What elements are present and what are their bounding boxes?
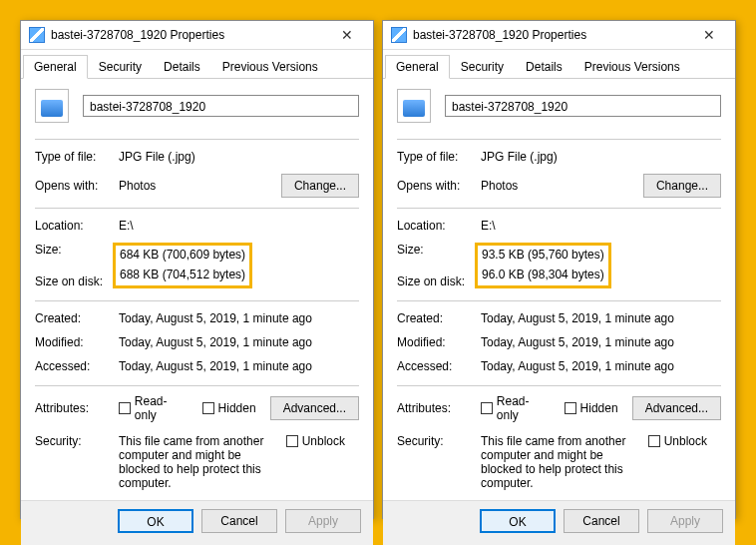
security-text: This file came from another computer and…: [119, 434, 286, 490]
divider: [35, 208, 359, 209]
tab-content: bastei-3728708_1920 Type of file:JPG Fil…: [383, 79, 735, 500]
titlebar: bastei-3728708_1920 Properties ✕: [383, 21, 735, 50]
properties-dialog-left: bastei-3728708_1920 Properties ✕ General…: [20, 20, 374, 519]
opens-with-value: Photos: [481, 179, 643, 193]
tab-previous-versions[interactable]: Previous Versions: [211, 55, 329, 79]
location-label: Location:: [35, 219, 119, 233]
created-value: Today, August 5, 2019, 1 minute ago: [481, 311, 721, 325]
size-label: Size:: [35, 243, 119, 257]
apply-button[interactable]: Apply: [647, 509, 723, 533]
divider: [35, 300, 359, 301]
accessed-value: Today, August 5, 2019, 1 minute ago: [481, 359, 721, 373]
size-value: 684 KB (700,609 bytes): [120, 248, 245, 262]
tab-general[interactable]: General: [385, 55, 450, 79]
tab-details[interactable]: Details: [153, 55, 211, 79]
readonly-checkbox[interactable]: Read-only: [481, 394, 551, 422]
modified-value: Today, August 5, 2019, 1 minute ago: [481, 335, 721, 349]
security-text: This file came from another computer and…: [481, 434, 648, 490]
advanced-button[interactable]: Advanced...: [270, 396, 359, 420]
accessed-label: Accessed:: [35, 359, 119, 373]
created-value: Today, August 5, 2019, 1 minute ago: [119, 311, 359, 325]
window-title: bastei-3728708_1920 Properties: [51, 28, 329, 42]
opens-with-value: Photos: [119, 179, 281, 193]
apply-button[interactable]: Apply: [285, 509, 361, 533]
type-value: JPG File (.jpg): [481, 150, 721, 164]
readonly-label: Read-only: [497, 394, 551, 422]
location-value: E:\: [119, 219, 359, 233]
size-label: Size:: [397, 243, 481, 257]
type-value: JPG File (.jpg): [119, 150, 359, 164]
security-label: Security:: [397, 434, 481, 448]
divider: [397, 208, 721, 209]
tab-content: bastei-3728708_1920 Type of file:JPG Fil…: [21, 79, 373, 500]
divider: [35, 139, 359, 140]
tab-previous-versions[interactable]: Previous Versions: [573, 55, 691, 79]
tab-general[interactable]: General: [23, 55, 88, 79]
modified-label: Modified:: [397, 335, 481, 349]
close-icon[interactable]: ✕: [691, 27, 727, 43]
unblock-label: Unblock: [664, 434, 707, 448]
filename-input[interactable]: bastei-3728708_1920: [83, 95, 359, 117]
hidden-label: Hidden: [218, 401, 256, 415]
accessed-label: Accessed:: [397, 359, 481, 373]
image-icon: [391, 27, 407, 43]
size-on-disk-label: Size on disk:: [397, 274, 481, 288]
security-label: Security:: [35, 434, 119, 448]
attributes-label: Attributes:: [397, 401, 481, 415]
unblock-checkbox[interactable]: Unblock: [648, 434, 707, 448]
created-label: Created:: [35, 311, 119, 325]
ok-button[interactable]: OK: [118, 509, 193, 533]
readonly-checkbox[interactable]: Read-only: [119, 394, 189, 422]
modified-label: Modified:: [35, 335, 119, 349]
dialog-buttons: OK Cancel Apply: [383, 500, 735, 545]
tab-details[interactable]: Details: [515, 55, 573, 79]
unblock-checkbox[interactable]: Unblock: [286, 434, 345, 448]
properties-dialog-right: bastei-3728708_1920 Properties ✕ General…: [382, 20, 736, 519]
hidden-checkbox[interactable]: Hidden: [202, 394, 256, 422]
divider: [397, 300, 721, 301]
type-label: Type of file:: [397, 150, 481, 164]
location-label: Location:: [397, 219, 481, 233]
tab-bar: General Security Details Previous Versio…: [21, 50, 373, 79]
modified-value: Today, August 5, 2019, 1 minute ago: [119, 335, 359, 349]
created-label: Created:: [397, 311, 481, 325]
location-value: E:\: [481, 219, 721, 233]
hidden-checkbox[interactable]: Hidden: [565, 394, 618, 422]
size-on-disk-label: Size on disk:: [35, 274, 119, 288]
attributes-label: Attributes:: [35, 401, 119, 415]
type-label: Type of file:: [35, 150, 119, 164]
unblock-label: Unblock: [302, 434, 345, 448]
file-type-icon: [397, 89, 431, 123]
divider: [35, 385, 359, 386]
readonly-label: Read-only: [135, 394, 189, 422]
opens-with-label: Opens with:: [35, 179, 119, 193]
file-type-icon: [35, 89, 69, 123]
window-title: bastei-3728708_1920 Properties: [413, 28, 691, 42]
titlebar: bastei-3728708_1920 Properties ✕: [21, 21, 373, 50]
tab-bar: General Security Details Previous Versio…: [383, 50, 735, 79]
opens-with-label: Opens with:: [397, 179, 481, 193]
change-button[interactable]: Change...: [643, 174, 721, 198]
size-value: 93.5 KB (95,760 bytes): [482, 248, 604, 262]
cancel-button[interactable]: Cancel: [201, 509, 277, 533]
divider: [397, 139, 721, 140]
dialog-buttons: OK Cancel Apply: [21, 500, 373, 545]
image-icon: [29, 27, 45, 43]
tab-security[interactable]: Security: [450, 55, 515, 79]
change-button[interactable]: Change...: [281, 174, 359, 198]
hidden-label: Hidden: [580, 401, 618, 415]
cancel-button[interactable]: Cancel: [564, 509, 639, 533]
accessed-value: Today, August 5, 2019, 1 minute ago: [119, 359, 359, 373]
ok-button[interactable]: OK: [480, 509, 556, 533]
tab-security[interactable]: Security: [88, 55, 153, 79]
filename-input[interactable]: bastei-3728708_1920: [445, 95, 721, 117]
divider: [397, 385, 721, 386]
close-icon[interactable]: ✕: [329, 27, 365, 43]
advanced-button[interactable]: Advanced...: [632, 396, 721, 420]
